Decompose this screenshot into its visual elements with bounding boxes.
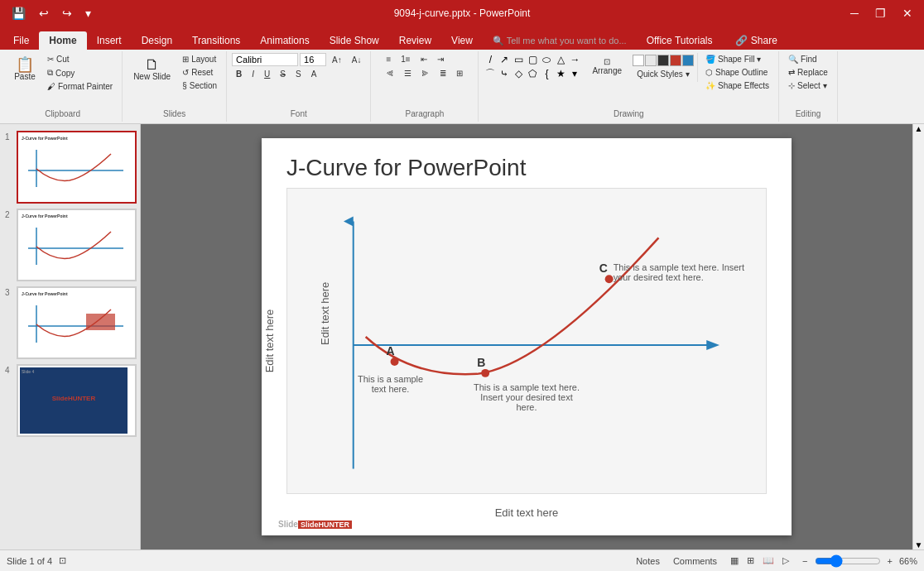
right-scrollbar[interactable]: ▲ ▼ [912,124,924,549]
font-family-input[interactable] [232,53,298,66]
font-size-input[interactable] [300,53,326,66]
underline-button[interactable]: U [260,68,274,80]
shape-pentagon[interactable]: ⬠ [526,67,539,80]
shape-more[interactable]: ▾ [568,67,581,80]
undo-button[interactable]: ↩ [34,5,54,22]
bold-button[interactable]: B [232,68,246,80]
zoom-out-button[interactable]: − [799,554,811,568]
justify-button[interactable]: ≣ [436,67,450,79]
shape-outline-button[interactable]: ⬡ Shape Outline [701,66,773,79]
shadow-button[interactable]: S [291,68,306,80]
redo-button[interactable]: ↪ [57,5,77,22]
slide-sorter-button[interactable]: ⊞ [744,554,758,568]
slide-4-number: 4 [5,366,10,375]
align-left-button[interactable]: ⫷ [382,67,398,79]
reading-view-button[interactable]: 📖 [759,554,777,568]
arrange-button[interactable]: ⊡ Arrange [586,53,628,79]
minimize-button[interactable]: ─ [845,5,864,22]
format-painter-button[interactable]: 🖌 Format Painter [43,80,117,93]
normal-view-button[interactable]: ▦ [727,554,742,568]
slides-label: Slides [128,109,221,120]
customize-button[interactable]: ▾ [80,5,96,22]
bullets-button[interactable]: ≡ [382,53,395,65]
qs-cell-4[interactable] [670,55,681,66]
shape-diamond[interactable]: ◇ [512,67,525,80]
increase-indent-button[interactable]: ⇥ [433,53,448,65]
slide-thumb-1[interactable]: J-Curve for PowerPoint [17,131,137,204]
align-right-button[interactable]: ⫸ [417,67,434,79]
reset-button[interactable]: ↺ Reset [178,66,221,79]
decrease-font-button[interactable]: A↓ [348,54,366,66]
thumb-chart-2 [20,223,128,269]
zoom-slider[interactable] [815,554,881,568]
tab-animations[interactable]: Animations [250,31,319,50]
quick-styles-button[interactable]: Quick Styles ▾ [633,68,694,80]
tab-share[interactable]: 🔗 Share [725,31,787,50]
qs-cell-1[interactable] [633,55,644,66]
layout-button[interactable]: ⊞ Layout [178,53,221,65]
new-slide-button[interactable]: 🗋 New Slide [128,53,176,85]
shape-connector[interactable]: ⤷ [498,67,511,80]
columns-button[interactable]: ⊞ [452,67,467,79]
tab-officetutorials[interactable]: Office Tutorials [637,31,723,50]
paste-button[interactable]: 📋 Paste [8,53,41,85]
slide-canvas[interactable]: J-Curve for PowerPoint [262,138,792,535]
cut-button[interactable]: ✂ Cut [43,53,117,65]
tab-insert[interactable]: Insert [87,31,132,50]
notes-button[interactable]: Notes [633,554,663,568]
qs-cell-3[interactable] [657,55,669,66]
shape-brace[interactable]: { [540,67,553,80]
scroll-down-button[interactable]: ▼ [915,540,923,549]
tab-file[interactable]: File [3,31,39,50]
shape-rtarrow[interactable]: → [568,53,581,66]
slideshow-button[interactable]: ▷ [779,554,792,568]
qs-cell-5[interactable] [682,55,694,66]
tab-design[interactable]: Design [132,31,182,50]
numbering-button[interactable]: 1≡ [397,53,414,65]
tab-review[interactable]: Review [389,31,441,50]
close-button[interactable]: ✕ [898,5,917,22]
tab-transitions[interactable]: Transitions [182,31,250,50]
restore-button[interactable]: ❐ [870,5,891,22]
increase-font-button[interactable]: A↑ [328,54,346,66]
tab-view[interactable]: View [441,31,483,50]
shape-triangle[interactable]: △ [554,53,567,66]
strikethrough-button[interactable]: S [276,68,290,80]
section-button[interactable]: § Section [178,79,221,92]
y-axis-label[interactable]: Edit text here [263,309,276,373]
tab-tellme[interactable]: 🔍 Tell me what you want to do... [483,32,637,50]
slide-thumb-2[interactable]: J-Curve for PowerPoint [17,209,137,281]
save-button[interactable]: 💾 [7,5,31,22]
shape-curve[interactable]: ⌒ [484,67,497,80]
shape-oval[interactable]: ⬭ [540,53,553,66]
decrease-indent-button[interactable]: ⇤ [416,53,431,65]
scroll-up-button[interactable]: ▲ [915,124,923,133]
select-button[interactable]: ⊹ Select ▾ [784,79,832,92]
slide-title[interactable]: J-Curve for PowerPoint [286,155,526,181]
tab-slideshow[interactable]: Slide Show [320,31,389,50]
shape-round-rect[interactable]: ▢ [526,53,539,66]
x-axis-label[interactable]: Edit text here [495,506,559,519]
italic-button[interactable]: I [248,68,258,80]
slide-3-number: 3 [5,288,10,297]
slide-thumb-4[interactable]: Slide 4 SlideHUNTER [17,364,137,437]
shape-rect[interactable]: ▭ [512,53,525,66]
shape-fill-button[interactable]: 🪣 Shape Fill ▾ [701,53,773,65]
replace-button[interactable]: ⇄ Replace [784,66,832,79]
zoom-in-button[interactable]: + [884,554,896,568]
qs-cell-2[interactable] [645,55,657,66]
clipboard-label: Clipboard [8,109,117,120]
shape-line[interactable]: / [484,53,497,66]
shape-effects-button[interactable]: ✨ Shape Effects [701,79,773,92]
font-color-button[interactable]: A [307,68,321,80]
canvas-area[interactable]: J-Curve for PowerPoint [141,124,912,549]
copy-button[interactable]: ⧉ Copy [43,66,117,79]
shape-star[interactable]: ★ [554,67,567,80]
chart-area[interactable]: A B C This is a sampletext here. This is… [286,188,767,494]
find-button[interactable]: 🔍 Find [784,53,832,65]
shape-arrow[interactable]: ↗ [498,53,511,66]
slide-thumb-3[interactable]: J-Curve for PowerPoint [17,286,137,359]
comments-button[interactable]: Comments [670,554,720,568]
align-center-button[interactable]: ☰ [400,67,416,79]
tab-home[interactable]: Home [39,31,86,50]
